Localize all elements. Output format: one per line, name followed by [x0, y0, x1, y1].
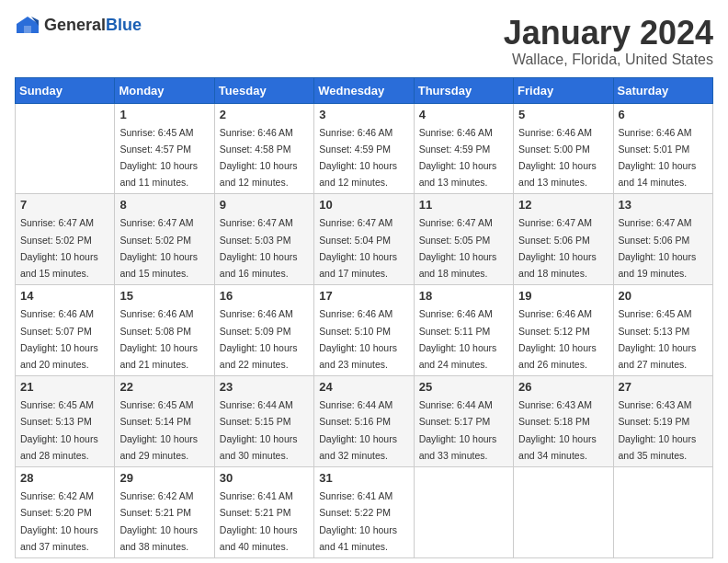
calendar-cell: 18 Sunrise: 6:46 AMSunset: 5:11 PMDaylig…	[414, 285, 513, 376]
logo: General Blue	[15, 15, 142, 35]
day-number: 11	[419, 198, 508, 212]
day-number: 31	[319, 471, 408, 485]
calendar-cell: 19 Sunrise: 6:46 AMSunset: 5:12 PMDaylig…	[514, 285, 613, 376]
day-info: Sunrise: 6:43 AMSunset: 5:18 PMDaylight:…	[518, 399, 597, 461]
calendar-cell	[613, 467, 712, 558]
day-number: 12	[518, 198, 608, 212]
day-number: 30	[220, 471, 309, 485]
day-info: Sunrise: 6:47 AMSunset: 5:03 PMDaylight:…	[220, 217, 298, 279]
day-info: Sunrise: 6:46 AMSunset: 4:59 PMDaylight:…	[419, 127, 497, 189]
day-info: Sunrise: 6:47 AMSunset: 5:02 PMDaylight:…	[119, 217, 198, 279]
day-number: 7	[20, 198, 109, 212]
weekday-header-monday: Monday	[115, 77, 214, 103]
calendar-cell: 30 Sunrise: 6:41 AMSunset: 5:21 PMDaylig…	[214, 467, 313, 558]
calendar-cell: 4 Sunrise: 6:46 AMSunset: 4:59 PMDayligh…	[414, 103, 513, 194]
day-info: Sunrise: 6:45 AMSunset: 5:13 PMDaylight:…	[20, 399, 98, 461]
day-number: 6	[619, 108, 708, 121]
calendar-week-row: 21 Sunrise: 6:45 AMSunset: 5:13 PMDaylig…	[16, 376, 713, 467]
day-info: Sunrise: 6:45 AMSunset: 5:13 PMDaylight:…	[619, 308, 697, 370]
location-title: Wallace, Florida, United States	[504, 52, 713, 68]
day-number: 17	[319, 289, 408, 303]
weekday-header-tuesday: Tuesday	[214, 77, 313, 103]
calendar-cell: 23 Sunrise: 6:44 AMSunset: 5:15 PMDaylig…	[214, 376, 313, 467]
day-number: 2	[220, 108, 309, 121]
weekday-header-friday: Friday	[514, 77, 613, 103]
weekday-header-thursday: Thursday	[414, 77, 513, 103]
calendar-cell: 31 Sunrise: 6:41 AMSunset: 5:22 PMDaylig…	[314, 467, 414, 558]
day-info: Sunrise: 6:46 AMSunset: 5:09 PMDaylight:…	[220, 308, 298, 370]
calendar-week-row: 1 Sunrise: 6:45 AMSunset: 4:57 PMDayligh…	[16, 103, 713, 194]
calendar-cell: 15 Sunrise: 6:46 AMSunset: 5:08 PMDaylig…	[115, 285, 214, 376]
day-number: 26	[518, 380, 608, 394]
calendar-week-row: 28 Sunrise: 6:42 AMSunset: 5:20 PMDaylig…	[16, 467, 713, 558]
weekday-header-wednesday: Wednesday	[314, 77, 414, 103]
calendar-cell: 29 Sunrise: 6:42 AMSunset: 5:21 PMDaylig…	[115, 467, 214, 558]
day-number: 4	[419, 108, 508, 121]
calendar-cell: 12 Sunrise: 6:47 AMSunset: 5:06 PMDaylig…	[514, 194, 613, 285]
calendar-cell: 7 Sunrise: 6:47 AMSunset: 5:02 PMDayligh…	[16, 194, 115, 285]
weekday-header-row: SundayMondayTuesdayWednesdayThursdayFrid…	[16, 77, 713, 103]
calendar-cell: 26 Sunrise: 6:43 AMSunset: 5:18 PMDaylig…	[514, 376, 613, 467]
day-info: Sunrise: 6:43 AMSunset: 5:19 PMDaylight:…	[619, 399, 697, 461]
calendar-cell: 1 Sunrise: 6:45 AMSunset: 4:57 PMDayligh…	[115, 103, 214, 194]
day-info: Sunrise: 6:46 AMSunset: 4:59 PMDaylight:…	[319, 127, 397, 189]
calendar-cell: 3 Sunrise: 6:46 AMSunset: 4:59 PMDayligh…	[314, 103, 414, 194]
day-info: Sunrise: 6:47 AMSunset: 5:02 PMDaylight:…	[20, 217, 98, 279]
logo-icon	[15, 15, 40, 35]
calendar-week-row: 14 Sunrise: 6:46 AMSunset: 5:07 PMDaylig…	[16, 285, 713, 376]
calendar-cell: 8 Sunrise: 6:47 AMSunset: 5:02 PMDayligh…	[115, 194, 214, 285]
calendar-cell: 20 Sunrise: 6:45 AMSunset: 5:13 PMDaylig…	[613, 285, 712, 376]
day-number: 18	[419, 289, 508, 303]
day-number: 23	[220, 380, 309, 394]
day-number: 15	[119, 289, 209, 303]
day-info: Sunrise: 6:46 AMSunset: 5:08 PMDaylight:…	[119, 308, 198, 370]
calendar-cell: 25 Sunrise: 6:44 AMSunset: 5:17 PMDaylig…	[414, 376, 513, 467]
day-info: Sunrise: 6:44 AMSunset: 5:17 PMDaylight:…	[419, 399, 497, 461]
day-info: Sunrise: 6:41 AMSunset: 5:22 PMDaylight:…	[319, 490, 397, 552]
logo-general-text: General	[44, 16, 106, 35]
weekday-header-sunday: Sunday	[16, 77, 115, 103]
calendar-cell: 24 Sunrise: 6:44 AMSunset: 5:16 PMDaylig…	[314, 376, 414, 467]
calendar-week-row: 7 Sunrise: 6:47 AMSunset: 5:02 PMDayligh…	[16, 194, 713, 285]
day-info: Sunrise: 6:42 AMSunset: 5:20 PMDaylight:…	[20, 490, 98, 552]
weekday-header-saturday: Saturday	[613, 77, 712, 103]
calendar-cell: 11 Sunrise: 6:47 AMSunset: 5:05 PMDaylig…	[414, 194, 513, 285]
day-info: Sunrise: 6:46 AMSunset: 4:58 PMDaylight:…	[220, 127, 298, 189]
day-info: Sunrise: 6:46 AMSunset: 5:12 PMDaylight:…	[518, 308, 597, 370]
day-number: 24	[319, 380, 408, 394]
day-info: Sunrise: 6:42 AMSunset: 5:21 PMDaylight:…	[119, 490, 198, 552]
calendar-table: SundayMondayTuesdayWednesdayThursdayFrid…	[15, 77, 713, 558]
day-number: 1	[119, 108, 209, 121]
day-info: Sunrise: 6:47 AMSunset: 5:04 PMDaylight:…	[319, 217, 397, 279]
day-number: 16	[220, 289, 309, 303]
day-number: 29	[119, 471, 209, 485]
day-number: 8	[119, 198, 209, 212]
calendar-cell: 21 Sunrise: 6:45 AMSunset: 5:13 PMDaylig…	[16, 376, 115, 467]
day-number: 13	[619, 198, 708, 212]
calendar-cell: 27 Sunrise: 6:43 AMSunset: 5:19 PMDaylig…	[613, 376, 712, 467]
calendar-cell: 22 Sunrise: 6:45 AMSunset: 5:14 PMDaylig…	[115, 376, 214, 467]
day-number: 21	[20, 380, 109, 394]
day-info: Sunrise: 6:45 AMSunset: 5:14 PMDaylight:…	[119, 399, 198, 461]
day-info: Sunrise: 6:46 AMSunset: 5:01 PMDaylight:…	[619, 127, 697, 189]
day-info: Sunrise: 6:46 AMSunset: 5:10 PMDaylight:…	[319, 308, 397, 370]
day-number: 28	[20, 471, 109, 485]
calendar-cell: 6 Sunrise: 6:46 AMSunset: 5:01 PMDayligh…	[613, 103, 712, 194]
logo-blue-text: Blue	[106, 16, 142, 35]
day-info: Sunrise: 6:44 AMSunset: 5:15 PMDaylight:…	[220, 399, 298, 461]
calendar-cell: 13 Sunrise: 6:47 AMSunset: 5:06 PMDaylig…	[613, 194, 712, 285]
day-number: 19	[518, 289, 608, 303]
day-info: Sunrise: 6:45 AMSunset: 4:57 PMDaylight:…	[119, 127, 198, 189]
day-number: 20	[619, 289, 708, 303]
day-info: Sunrise: 6:46 AMSunset: 5:00 PMDaylight:…	[518, 127, 597, 189]
calendar-cell: 17 Sunrise: 6:46 AMSunset: 5:10 PMDaylig…	[314, 285, 414, 376]
day-number: 22	[119, 380, 209, 394]
calendar-cell: 10 Sunrise: 6:47 AMSunset: 5:04 PMDaylig…	[314, 194, 414, 285]
day-number: 25	[419, 380, 508, 394]
day-info: Sunrise: 6:47 AMSunset: 5:06 PMDaylight:…	[619, 217, 697, 279]
svg-rect-2	[24, 26, 31, 33]
month-title: January 2024	[504, 15, 713, 52]
day-info: Sunrise: 6:46 AMSunset: 5:07 PMDaylight:…	[20, 308, 98, 370]
day-number: 14	[20, 289, 109, 303]
page-header: General Blue January 2024 Wallace, Flori…	[15, 15, 713, 68]
